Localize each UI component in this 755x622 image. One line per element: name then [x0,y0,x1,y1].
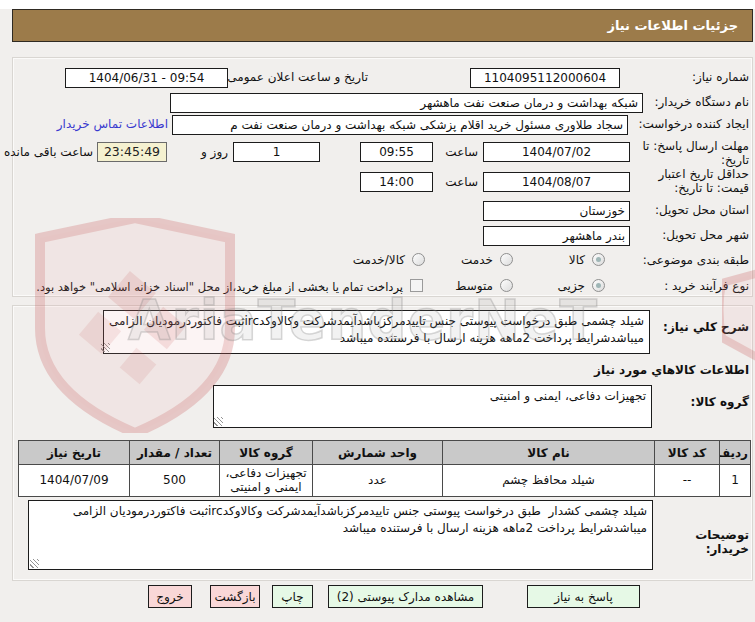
need-number-label: شماره نیاز: [692,70,749,84]
validity-label-line1: حداقل تاریخ اعتبار [658,167,749,181]
radio-category-goods-label: کالا [569,253,585,267]
respond-to-need-button[interactable]: پاسخ به نیاز [527,585,640,608]
cell-row-index: 1 [720,465,751,497]
buyer-org-input[interactable] [170,93,643,113]
radio-category-both-label: کالا/خدمت [353,253,405,267]
print-button[interactable]: چاپ [272,585,313,608]
validity-time-input[interactable] [360,172,433,192]
validity-label-line2: قیمت: تا تاریخ: [658,181,749,195]
page-title: جزئیات اطلاعات نیاز [607,18,738,33]
treasury-checkbox[interactable] [410,279,423,292]
validity-date-input[interactable] [483,172,630,192]
radio-process-medium[interactable] [500,279,513,292]
deadline-date-input[interactable] [483,142,630,162]
exit-button[interactable]: خروج [148,585,192,608]
cell-need-date: 1404/07/09 [19,465,130,497]
countdown-timer: 23:45:49 [97,142,167,162]
col-need-date: تاریخ نیاز [19,441,130,465]
radio-process-minor-label: جزیی [558,279,585,293]
radio-process-minor[interactable] [592,279,605,292]
province-input[interactable] [483,201,630,221]
need-number-input[interactable] [470,68,620,88]
category-label: طبقه بندی موضوعی: [643,253,749,267]
creator-input[interactable] [172,115,628,135]
cell-quantity: 500 [130,465,220,497]
goods-table: ردیف کد کالا نام کالا واحد شمارش گروه کا… [18,440,751,497]
remaining-days-input[interactable] [233,142,320,162]
back-button[interactable]: بازگشت [210,585,260,608]
col-row-index: ردیف [720,441,751,465]
radio-process-medium-label: متوسط [455,279,493,293]
col-unit: واحد شمارش [313,441,443,465]
province-label: استان محل تحویل: [655,203,749,217]
col-quantity: تعداد / مقدار [130,441,220,465]
validity-label: حداقل تاریخ اعتبار قیمت: تا تاریخ: [658,167,749,195]
announce-datetime-input[interactable] [65,68,228,88]
cell-goods-group: تجهیزات دفاعی، ایمنی و امنیتی [220,465,313,497]
cell-goods-name: شیلد محافظ چشم [443,465,655,497]
top-margin [0,0,755,9]
process-label: نوع فرآیند خرید : [664,279,749,293]
deadline-label-line2: تاریخ: [642,153,749,167]
days-and-label: روز و [201,145,228,159]
validity-hour-label: ساعت [445,175,478,189]
announce-datetime-label: تاریخ و ساعت اعلان عمومی: [223,70,368,84]
need-details-page: جزئیات اطلاعات نیاز شماره نیاز: تاریخ و … [0,0,755,622]
city-input[interactable] [483,226,630,246]
table-row: 1 -- شیلد محافظ چشم عدد تجهیزات دفاعی، ا… [19,465,751,497]
radio-category-both[interactable] [412,253,425,266]
goods-section-title: اطلاعات كالاهاي مورد نياز [594,363,749,377]
cell-goods-code: -- [655,465,720,497]
radio-category-goods[interactable] [592,253,605,266]
creator-label: ایجاد کننده درخواست: [638,117,749,131]
col-goods-code: کد کالا [655,441,720,465]
hours-remaining-label: ساعت باقی مانده [4,145,93,159]
buyer-org-label: نام دستگاه خریدار: [655,95,750,109]
view-attached-docs-button[interactable]: مشاهده مدارک پیوستی (2) [328,585,483,608]
col-goods-group: گروه کالا [220,441,313,465]
goods-group-label: گروه کالا: [691,395,749,409]
buyer-notes-label-line2: خریدار: [695,542,749,556]
cell-unit: عدد [313,465,443,497]
buyer-notes-textarea[interactable]: شیلد چشمی کشدار طبق درخواست پیوستی جنس ت… [28,500,653,570]
description-textarea[interactable]: شیلد چشمی طبق درخواست پیوستی جنس تاییدمر… [103,310,650,354]
city-label: شهر محل تحویل: [662,228,749,242]
radio-category-service-label: خدمت [461,253,493,267]
buyer-contact-link[interactable]: اطلاعات تماس خریدار [57,117,168,131]
deadline-label-line1: مهلت ارسال پاسخ: تا [642,139,749,153]
treasury-note: پرداخت تمام یا بخشی از مبلغ خرید،از محل … [36,280,403,294]
radio-category-service[interactable] [500,253,513,266]
deadline-hour-label: ساعت [445,145,478,159]
description-label: شرح كلي نياز: [663,320,749,334]
buyer-notes-label: توضیحات خریدار: [695,528,749,556]
page-title-bar: جزئیات اطلاعات نیاز [12,9,753,42]
deadline-time-input[interactable] [360,142,433,162]
buyer-notes-label-line1: توضیحات [695,528,749,542]
col-goods-name: نام کالا [443,441,655,465]
deadline-label: مهلت ارسال پاسخ: تا تاریخ: [642,139,749,167]
goods-group-textarea[interactable]: تجهیزات دفاعی، ایمنی و امنیتی [213,385,652,428]
goods-table-header-row: ردیف کد کالا نام کالا واحد شمارش گروه کا… [19,441,751,465]
